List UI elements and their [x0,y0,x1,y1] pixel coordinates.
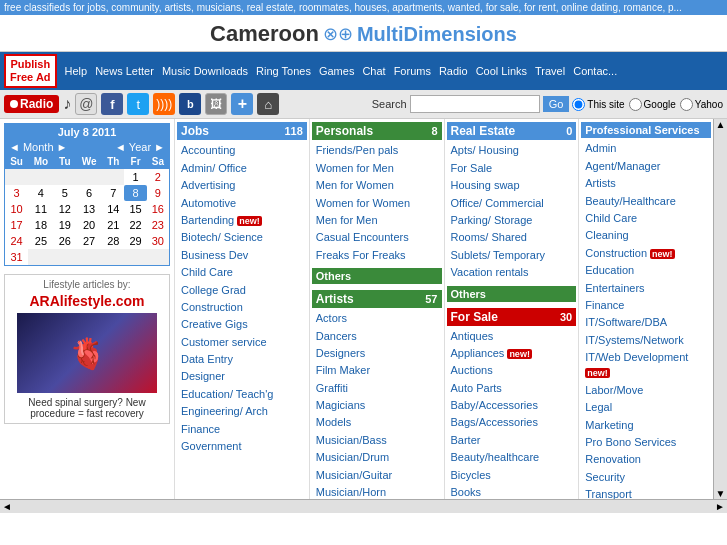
nav-travel[interactable]: Travel [535,65,565,77]
list-item[interactable]: Appliances new! [449,345,575,362]
scroll-right-arrow[interactable]: ► [713,501,727,512]
list-item[interactable]: Women for Men [314,160,440,177]
list-item[interactable]: College Grad [179,282,305,299]
list-item[interactable]: IT/Systems/Network [583,332,709,349]
facebook-icon[interactable]: f [101,93,123,115]
list-item[interactable]: Accounting [179,142,305,159]
list-item[interactable]: Government [179,438,305,455]
calendar-day[interactable]: 6 [76,185,102,201]
nav-forums[interactable]: Forums [394,65,431,77]
calendar-day[interactable]: 21 [102,217,124,233]
list-item[interactable]: Construction new! [583,245,709,262]
list-item[interactable]: Apts/ Housing [449,142,575,159]
list-item[interactable]: Men for Men [314,212,440,229]
list-item[interactable]: Automotive [179,195,305,212]
list-item[interactable]: Casual Encounters [314,229,440,246]
calendar-day[interactable]: 23 [147,217,169,233]
calendar-day[interactable]: 25 [28,233,54,249]
list-item[interactable]: Housing swap [449,177,575,194]
list-item[interactable]: Creative Gigs [179,316,305,333]
calendar-day[interactable]: 31 [5,249,28,265]
calendar-day[interactable]: 1 [124,169,146,185]
calendar-day[interactable]: 9 [147,185,169,201]
list-item[interactable]: Legal [583,399,709,416]
scrollbar-down-arrow[interactable]: ▼ [716,488,726,499]
calendar-day[interactable]: 18 [28,217,54,233]
list-item[interactable]: Designers [314,345,440,362]
calendar-day[interactable]: 5 [54,185,76,201]
ara-logo[interactable]: ARAlifestyle.com [9,293,165,309]
list-item[interactable]: Entertainers [583,280,709,297]
list-item[interactable]: Books [449,484,575,499]
list-item[interactable]: Actors [314,310,440,327]
this-site-option[interactable]: This site [572,98,624,111]
nav-ringtones[interactable]: Ring Tones [256,65,311,77]
scroll-left-arrow[interactable]: ◄ [0,501,14,512]
home-icon[interactable]: ⌂ [257,93,279,115]
list-item[interactable]: Finance [583,297,709,314]
list-item[interactable]: Sublets/ Temporary [449,247,575,264]
publish-free-ad-button[interactable]: PublishFree Ad [4,54,57,88]
list-item[interactable]: Labor/Move [583,382,709,399]
twitter-icon[interactable]: t [127,93,149,115]
calendar-day[interactable]: 3 [5,185,28,201]
nav-coollinks[interactable]: Cool Links [476,65,527,77]
list-item[interactable]: Admin [583,140,709,157]
ad-text[interactable]: Need spinal surgery? New procedure = fas… [9,397,165,419]
calendar-day[interactable]: 29 [124,233,146,249]
calendar-day[interactable]: 24 [5,233,28,249]
list-item[interactable]: Pro Bono Services [583,434,709,451]
calendar-day[interactable]: 26 [54,233,76,249]
plus-icon[interactable]: + [231,93,253,115]
calendar-day[interactable]: 4 [28,185,54,201]
list-item[interactable]: Engineering/ Arch [179,403,305,420]
bookmark-icon[interactable]: b [179,93,201,115]
calendar-day[interactable]: 15 [124,201,146,217]
rss-icon[interactable]: )))) [153,93,175,115]
radio-button[interactable]: Radio [4,95,59,113]
nav-chat[interactable]: Chat [362,65,385,77]
list-item[interactable]: Bicycles [449,467,575,484]
list-item[interactable]: Men for Women [314,177,440,194]
calendar-day[interactable]: 7 [102,185,124,201]
list-item[interactable]: Biotech/ Science [179,229,305,246]
calendar-day[interactable]: 12 [54,201,76,217]
picture-icon[interactable]: 🖼 [205,93,227,115]
list-item[interactable]: Advertising [179,177,305,194]
list-item[interactable]: Musician/Bass [314,432,440,449]
nav-newsletter[interactable]: News Letter [95,65,154,77]
list-item[interactable]: Baby/Accessories [449,397,575,414]
list-item[interactable]: Freaks For Freaks [314,247,440,264]
calendar-day[interactable]: 27 [76,233,102,249]
list-item[interactable]: Construction [179,299,305,316]
search-input[interactable] [410,95,540,113]
list-item[interactable]: Models [314,414,440,431]
list-item[interactable]: Security [583,469,709,486]
list-item[interactable]: Parking/ Storage [449,212,575,229]
list-item[interactable]: Business Dev [179,247,305,264]
list-item[interactable]: Film Maker [314,362,440,379]
calendar-day[interactable]: 17 [5,217,28,233]
list-item[interactable]: Renovation [583,451,709,468]
list-item[interactable]: Transport [583,486,709,499]
calendar-day[interactable]: 2 [147,169,169,185]
calendar-day[interactable]: 8 [124,185,146,201]
horizontal-scrollbar[interactable]: ◄ ► [0,499,727,513]
list-item[interactable]: For Sale [449,160,575,177]
list-item[interactable]: Auctions [449,362,575,379]
list-item[interactable]: IT/Web Development new! [583,349,709,382]
calendar-day[interactable]: 28 [102,233,124,249]
scrollbar-up-arrow[interactable]: ▲ [716,119,726,130]
nav-games[interactable]: Games [319,65,354,77]
list-item[interactable]: Child Care [583,210,709,227]
list-item[interactable]: Beauty/Healthcare [583,193,709,210]
list-item[interactable]: Musician/Horn [314,484,440,499]
calendar-day[interactable]: 20 [76,217,102,233]
nav-music-downloads[interactable]: Music Downloads [162,65,248,77]
list-item[interactable]: Customer service [179,334,305,351]
list-item[interactable]: Finance [179,421,305,438]
calendar-day[interactable]: 13 [76,201,102,217]
calendar-day[interactable]: 11 [28,201,54,217]
list-item[interactable]: Antiques [449,328,575,345]
go-button[interactable]: Go [543,96,570,112]
